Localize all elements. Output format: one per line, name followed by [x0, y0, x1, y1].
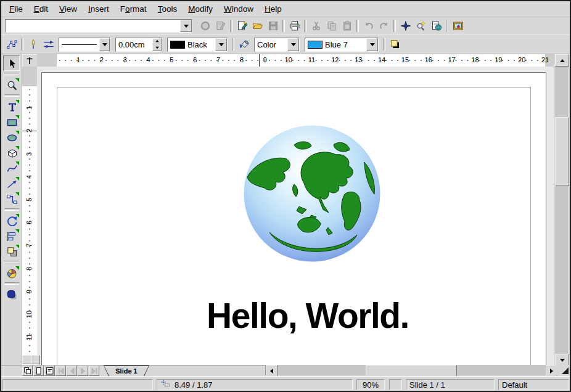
- menu-file[interactable]: File: [4, 2, 28, 15]
- vruler-number: 6: [24, 218, 34, 227]
- shadow-button[interactable]: [387, 37, 403, 52]
- tool-arrange-button[interactable]: [3, 243, 20, 259]
- window-resize-grip[interactable]: [556, 365, 570, 375]
- hruler-number: 15: [400, 56, 411, 63]
- menu-help[interactable]: Help: [259, 2, 287, 15]
- line-color-dropdown-button[interactable]: [215, 38, 227, 51]
- long-click-flag-icon: [15, 161, 19, 165]
- tool-effects-3d-button[interactable]: [3, 287, 20, 302]
- line-style-dropdown[interactable]: [59, 38, 110, 52]
- line-width-down-button[interactable]: [152, 44, 162, 51]
- hruler-number: 13: [353, 56, 364, 63]
- outline-view-button[interactable]: [44, 365, 55, 376]
- save-document-button[interactable]: [265, 18, 281, 34]
- stop-loading-button[interactable]: [197, 18, 213, 34]
- tool-connector-button[interactable]: [3, 191, 20, 206]
- tool-insert-button[interactable]: [3, 265, 20, 280]
- fill-style-button[interactable]: [236, 37, 252, 52]
- menu-window[interactable]: Window: [218, 2, 259, 15]
- line-width-spinner[interactable]: 0.00cm: [115, 38, 162, 52]
- fill-color-dropdown-button[interactable]: [366, 38, 378, 51]
- menu-view[interactable]: View: [54, 2, 83, 15]
- gallery-button[interactable]: [450, 18, 466, 34]
- print-button[interactable]: [287, 18, 302, 34]
- first-slide-button[interactable]: [55, 365, 66, 376]
- gallery-document-button[interactable]: [429, 18, 444, 34]
- hruler-number: 2: [96, 56, 107, 63]
- tool-select-button[interactable]: [3, 55, 20, 71]
- cut-button[interactable]: [308, 18, 324, 34]
- separator: [232, 38, 234, 51]
- splitter-handle[interactable]: [22, 355, 31, 364]
- url-input[interactable]: [6, 20, 180, 32]
- tool-objects-3d-button[interactable]: [3, 145, 20, 160]
- cursor-position-icon: [160, 379, 171, 390]
- slide-canvas[interactable]: Hello, World.: [37, 67, 554, 365]
- open-document-button[interactable]: [250, 18, 265, 34]
- tool-ellipse-button[interactable]: [3, 129, 20, 145]
- hruler-number: 3: [120, 56, 131, 63]
- next-slide-button[interactable]: [78, 365, 88, 376]
- separator: [4, 73, 19, 75]
- edit-points-button[interactable]: [4, 37, 19, 52]
- line-color-dropdown[interactable]: Black: [167, 38, 228, 52]
- menu-format[interactable]: Format: [115, 2, 152, 15]
- vruler-number: 11: [24, 332, 34, 342]
- horizontal-scrollbar[interactable]: [265, 365, 556, 375]
- tool-rectangle-button[interactable]: [3, 114, 20, 129]
- scroll-left-button[interactable]: [266, 365, 277, 377]
- fill-type-value: Color: [255, 38, 287, 51]
- splitter-handle[interactable]: [31, 355, 40, 364]
- scroll-up-button[interactable]: [555, 54, 569, 67]
- previous-slide-icon: [68, 367, 76, 375]
- status-slide-cell: Slide 1 / 1: [406, 379, 495, 390]
- copy-button[interactable]: [324, 18, 339, 34]
- vertical-scroll-thumb[interactable]: [555, 117, 569, 186]
- ruler-origin-button[interactable]: [22, 54, 38, 68]
- pen-style-button[interactable]: [25, 37, 41, 52]
- tool-text-button[interactable]: [3, 99, 20, 114]
- status-page-style-cell[interactable]: Default: [498, 379, 569, 390]
- navigator-button[interactable]: [398, 18, 413, 34]
- fill-type-dropdown-button[interactable]: [287, 38, 299, 51]
- tool-curve-button[interactable]: [3, 160, 20, 176]
- paste-button[interactable]: [339, 18, 355, 34]
- tool-rotate-button[interactable]: [3, 213, 20, 228]
- redo-button[interactable]: [376, 18, 392, 34]
- undo-button[interactable]: [361, 18, 376, 34]
- menu-edit[interactable]: Edit: [28, 2, 54, 15]
- globe-graphic[interactable]: [242, 124, 382, 263]
- vertical-scrollbar[interactable]: [555, 54, 568, 365]
- url-combobox[interactable]: [5, 19, 192, 33]
- fill-color-dropdown[interactable]: Blue 7: [305, 38, 379, 52]
- hruler-number: 12: [329, 56, 340, 63]
- scroll-down-button[interactable]: [555, 354, 569, 366]
- vertical-ruler: 123456789101112: [22, 67, 38, 365]
- line-width-value[interactable]: 0.00cm: [116, 38, 152, 51]
- menu-modify[interactable]: Modify: [183, 2, 218, 15]
- status-zoom-cell[interactable]: 90%: [356, 379, 385, 390]
- slide-page[interactable]: Hello, World.: [41, 72, 546, 365]
- notes-view-button[interactable]: [33, 365, 44, 376]
- tool-zoom-button[interactable]: [3, 77, 20, 92]
- slide-view-button[interactable]: [22, 365, 33, 376]
- tool-alignment-button[interactable]: [3, 228, 20, 243]
- edit-file-button[interactable]: [213, 18, 228, 34]
- menu-insert[interactable]: Insert: [83, 2, 115, 15]
- hruler-number: 5: [166, 56, 177, 63]
- slide-title-text[interactable]: Hello, World.: [178, 296, 437, 335]
- line-width-up-button[interactable]: [152, 38, 162, 45]
- url-dropdown-button[interactable]: [180, 20, 192, 32]
- tool-lines-arrows-button[interactable]: [3, 176, 20, 191]
- zoom-button[interactable]: [413, 18, 429, 34]
- fill-type-dropdown[interactable]: Color: [254, 38, 300, 52]
- previous-slide-button[interactable]: [67, 365, 77, 376]
- new-document-button[interactable]: [234, 18, 250, 34]
- long-click-flag-icon: [15, 78, 19, 82]
- line-style-dropdown-button[interactable]: [99, 38, 110, 51]
- last-slide-button[interactable]: [89, 365, 99, 376]
- line-ends-button[interactable]: [41, 37, 56, 52]
- horizontal-scroll-thumb[interactable]: [366, 365, 457, 377]
- menu-tools[interactable]: Tools: [152, 2, 183, 15]
- status-bar: 8.49 / 1.87 90% Slide 1 / 1 Default: [1, 376, 570, 392]
